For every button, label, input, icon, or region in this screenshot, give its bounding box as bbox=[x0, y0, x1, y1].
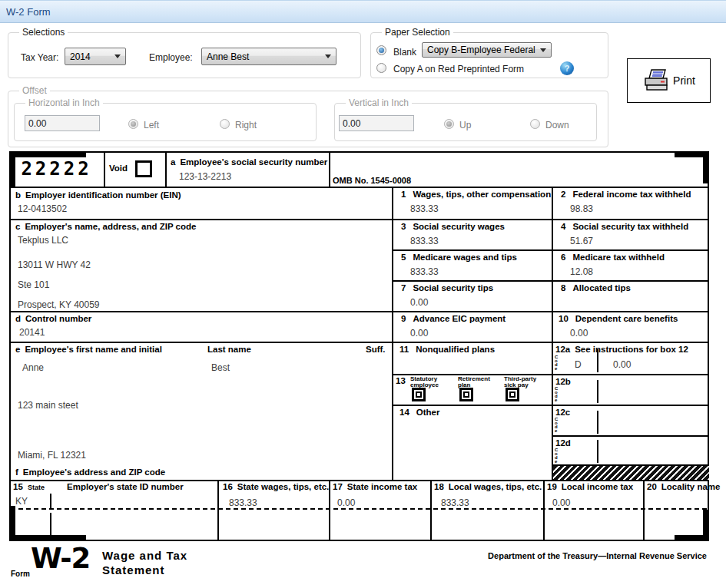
horizontal-offset-input[interactable] bbox=[25, 115, 100, 131]
box-7-value: 0.00 bbox=[410, 298, 428, 307]
box-12d-code-label: Code bbox=[555, 448, 559, 464]
tax-year-value: 2014 bbox=[70, 51, 91, 62]
box-13-retirement-label: Retirementplan bbox=[458, 376, 490, 388]
box-17-label: 17State income tax bbox=[333, 483, 417, 492]
box-16-title: State wages, tips, etc. bbox=[237, 482, 330, 491]
box-c-title: Employer's name, address, and ZIP code bbox=[25, 222, 196, 231]
grid-line bbox=[597, 411, 598, 434]
box-17-value: 0.00 bbox=[337, 498, 355, 507]
blank-radio[interactable] bbox=[376, 45, 386, 55]
box-12a-num: 12a bbox=[555, 345, 570, 354]
help-globe-icon[interactable]: ? bbox=[560, 61, 574, 75]
box-6-value: 12.08 bbox=[570, 267, 593, 276]
print-button[interactable]: Print bbox=[627, 58, 711, 103]
hatched-area bbox=[552, 466, 709, 480]
last-name-label: Last name bbox=[207, 345, 251, 355]
box-8-label: 8Allocated tips bbox=[561, 284, 631, 293]
box-19-num: 19 bbox=[547, 482, 557, 491]
box-c-prefix: c bbox=[15, 222, 20, 231]
window-title: W-2 Form bbox=[6, 6, 51, 18]
retirement-plan-checkbox bbox=[459, 388, 473, 401]
suffix-label: Suff. bbox=[366, 345, 386, 355]
box-f-prefix: f bbox=[15, 467, 18, 477]
grid-line bbox=[217, 480, 219, 540]
grid-line bbox=[392, 374, 709, 375]
employer-address-1: 13011 W HWY 42 bbox=[18, 260, 91, 269]
footer-form-title: Wage and Tax Statement bbox=[102, 548, 187, 577]
ssn-value: 123-13-2213 bbox=[179, 172, 231, 181]
offset-up-radio[interactable] bbox=[444, 119, 454, 129]
ein-value: 12-0413502 bbox=[18, 204, 67, 213]
grid-line bbox=[392, 187, 393, 480]
box-10-num: 10 bbox=[559, 314, 569, 323]
box-5-num: 5 bbox=[401, 253, 406, 262]
print-button-label: Print bbox=[673, 74, 695, 87]
box-3-label: 3Social security wages bbox=[401, 223, 505, 232]
employee-dropdown[interactable]: Anne Best bbox=[201, 48, 336, 65]
box-5-title: Medicare wages and tips bbox=[413, 253, 517, 262]
box-13-thirdparty-label: Third-partysick pay bbox=[504, 376, 536, 388]
corner-mark bbox=[9, 506, 15, 541]
box-f-title: Employee's address and ZIP code bbox=[23, 467, 165, 477]
box-4-label: 4Social security tax withheld bbox=[561, 223, 688, 232]
box-17-title: State income tax bbox=[347, 482, 417, 491]
copy-type-value: Copy B-Employee Federal bbox=[427, 45, 535, 55]
footer-title-line1: Wage and Tax bbox=[102, 549, 187, 562]
grid-line bbox=[552, 187, 553, 480]
box-3-value: 833.33 bbox=[410, 236, 439, 246]
corner-mark bbox=[703, 509, 709, 541]
box-b-label: bEmployer identification number (EIN) bbox=[15, 191, 181, 200]
offset-right-label[interactable]: Right bbox=[235, 120, 257, 130]
blank-radio-label[interactable]: Blank bbox=[393, 47, 416, 58]
box-12b-num: 12b bbox=[555, 378, 571, 387]
offset-down-label[interactable]: Down bbox=[545, 120, 569, 130]
tax-year-dropdown[interactable]: 2014 bbox=[65, 48, 126, 65]
control-number-value: 20141 bbox=[19, 328, 45, 337]
box-1-num: 1 bbox=[401, 190, 406, 199]
box-5-value: 833.33 bbox=[410, 267, 439, 276]
employee-city: Miami, FL 12321 bbox=[18, 451, 86, 460]
chevron-down-icon bbox=[114, 55, 121, 58]
box-17-num: 17 bbox=[333, 482, 343, 491]
third-party-sick-pay-checkbox bbox=[506, 388, 519, 401]
offset-down-radio[interactable] bbox=[530, 119, 540, 129]
box-8-num: 8 bbox=[561, 283, 565, 292]
grid-line bbox=[9, 480, 709, 481]
box-18-value: 833.33 bbox=[441, 498, 469, 507]
corner-mark bbox=[9, 535, 86, 541]
offset-left-label[interactable]: Left bbox=[144, 120, 159, 130]
dashed-divider bbox=[11, 508, 708, 510]
box-a-title: Employee's social security number bbox=[180, 157, 327, 167]
grid-line bbox=[50, 494, 51, 508]
copy-a-radio[interactable] bbox=[376, 63, 386, 73]
offset-up-label[interactable]: Up bbox=[459, 120, 471, 130]
box-8-title: Allocated tips bbox=[572, 283, 630, 292]
box-19-title: Local income tax bbox=[562, 482, 633, 491]
grid-line bbox=[165, 151, 167, 187]
box-2-num: 2 bbox=[561, 190, 565, 199]
vertical-offset-label: Vertical in Inch bbox=[346, 97, 412, 108]
box-15-state-label: State bbox=[28, 484, 45, 491]
offset-right-radio[interactable] bbox=[220, 119, 230, 129]
copy-a-radio-label[interactable]: Copy A on Red Preprinted Form bbox=[393, 64, 524, 74]
offset-left-radio[interactable] bbox=[128, 119, 138, 129]
grid-line bbox=[9, 219, 709, 220]
box-12c-num: 12c bbox=[555, 408, 570, 418]
box-1-title: Wages, tips, other compensation bbox=[413, 190, 551, 199]
box-e-prefix: e bbox=[15, 345, 20, 354]
box-16-label: 16State wages, tips, etc. bbox=[223, 483, 329, 492]
grid-line bbox=[392, 280, 709, 282]
vertical-offset-input[interactable] bbox=[339, 115, 414, 131]
footer-form-label: Form bbox=[11, 570, 30, 578]
grid-line bbox=[643, 480, 645, 540]
control-code-22222: 22222 bbox=[9, 151, 104, 187]
footer-title-line2: Statement bbox=[102, 563, 165, 576]
box-18-title: Local wages, tips, etc. bbox=[449, 482, 542, 491]
copy-type-dropdown[interactable]: Copy B-Employee Federal bbox=[422, 42, 552, 58]
grid-line bbox=[104, 151, 105, 187]
box-15-num: 15 bbox=[13, 483, 23, 492]
box-12a-value: 0.00 bbox=[613, 360, 631, 369]
grid-line bbox=[329, 151, 330, 187]
box-2-value: 98.83 bbox=[570, 204, 593, 213]
employee-value: Anne Best bbox=[207, 51, 249, 62]
